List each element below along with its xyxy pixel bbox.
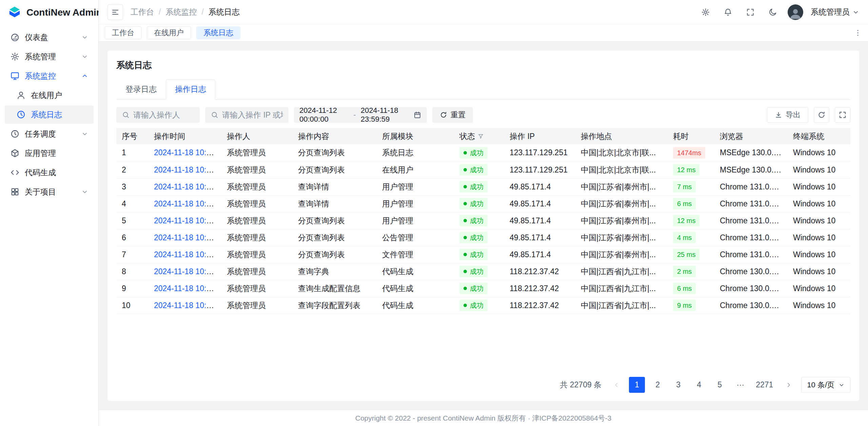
sidebar-item-system-log[interactable]: 系统日志 <box>5 105 94 124</box>
pagination-prev-button[interactable] <box>608 377 624 393</box>
cell-status: 成功 <box>454 144 504 161</box>
cell-index: 5 <box>116 212 149 229</box>
user-menu[interactable]: 系统管理员 <box>811 7 859 17</box>
user-avatar[interactable] <box>788 4 803 20</box>
sidebar-item-dashboard[interactable]: 仪表盘 <box>5 28 94 46</box>
app-logo[interactable]: ContiNew Admin <box>0 0 98 25</box>
bell-icon[interactable] <box>721 5 735 20</box>
table-refresh-button[interactable] <box>814 107 829 123</box>
operator-search-input[interactable] <box>133 110 194 120</box>
table-fullscreen-button[interactable] <box>835 107 850 123</box>
pagination-pages: 12345···2271 <box>629 377 776 393</box>
dark-mode-moon-icon[interactable] <box>765 5 780 20</box>
cell-index: 10 <box>116 297 149 314</box>
sidebar-item-app-management[interactable]: 应用管理 <box>5 144 94 162</box>
cell-location: 中国|江苏省|泰州市|... <box>575 195 668 212</box>
sidebar-item-system-management[interactable]: 系统管理 <box>5 47 94 66</box>
cell-location: 中国|江西省|九江市|... <box>575 297 668 314</box>
time-link[interactable]: 2024-11-18 10:51:53 <box>154 233 221 242</box>
cell-index: 1 <box>116 144 149 161</box>
time-link[interactable]: 2024-11-18 10:51:49 <box>154 284 221 293</box>
page-button[interactable]: 5 <box>712 377 728 393</box>
operator-search-field[interactable] <box>116 107 200 123</box>
cell-status: 成功 <box>454 195 504 212</box>
table-row: 22024-11-18 10:52:47系统管理员分页查询列表在线用户成功123… <box>116 161 850 178</box>
breadcrumb-item[interactable]: 工作台 <box>131 7 154 17</box>
tab-system-log[interactable]: 系统日志 <box>196 26 240 39</box>
cell-content: 分页查询列表 <box>293 229 377 246</box>
time-link[interactable]: 2024-11-18 10:52:55 <box>154 148 221 157</box>
tab-operation-log[interactable]: 操作日志 <box>166 79 215 100</box>
tab-workbench[interactable]: 工作台 <box>105 26 141 39</box>
cell-duration: 12 ms <box>668 212 714 229</box>
cell-index: 7 <box>116 246 149 263</box>
cell-location: 中国|江西省|九江市|... <box>575 280 668 297</box>
cell-browser: MSEdge 130.0.0.0 <box>714 161 788 178</box>
settings-icon[interactable] <box>698 5 713 20</box>
column-header: 操作地点 <box>575 128 668 144</box>
chevron-down-icon <box>81 188 88 195</box>
sidebar-item-about-project[interactable]: 关于项目 <box>5 183 94 201</box>
cell-module: 代码生成 <box>377 297 454 314</box>
page-button[interactable]: 3 <box>670 377 686 393</box>
page-button[interactable]: 1 <box>629 377 645 393</box>
page-button[interactable]: 4 <box>691 377 707 393</box>
sidebar-item-task-schedule[interactable]: 任务调度 <box>5 125 94 143</box>
footer: Copyright © 2022 - present ContiNew Admi… <box>99 410 868 426</box>
date-range-separator: - <box>352 110 357 119</box>
sidebar-item-online-users[interactable]: 在线用户 <box>5 86 94 104</box>
sidebar-item-code-generation[interactable]: 代码生成 <box>5 163 94 182</box>
tab-online-users[interactable]: 在线用户 <box>147 26 191 39</box>
page-size-select[interactable]: 10 条/页 <box>801 377 850 393</box>
cell-time: 2024-11-18 10:51:52 <box>149 246 221 263</box>
column-header: 浏览器 <box>714 128 788 144</box>
table-row: 92024-11-18 10:51:49系统管理员查询生成配置信息代码生成成功1… <box>116 280 850 297</box>
time-link[interactable]: 2024-11-18 10:52:47 <box>154 165 221 174</box>
ip-search-input[interactable] <box>222 110 283 120</box>
reset-button[interactable]: 重置 <box>432 107 473 123</box>
tabbar-more-icon[interactable] <box>854 29 862 37</box>
page-button[interactable]: 2 <box>650 377 666 393</box>
menu-collapse-button[interactable] <box>107 4 123 20</box>
fullscreen-icon[interactable] <box>743 5 758 20</box>
main-column: 工作台 / 系统监控 / 系统日志 系统管理员 <box>99 0 868 426</box>
time-link[interactable]: 2024-11-18 10:51:49 <box>154 301 221 310</box>
page-ellipsis-button[interactable]: ··· <box>732 377 748 393</box>
filter-icon[interactable] <box>478 133 484 139</box>
status-badge: 成功 <box>459 147 488 159</box>
cell-time: 2024-11-18 10:52:55 <box>149 144 221 161</box>
cell-location: 中国|江苏省|泰州市|... <box>575 246 668 263</box>
date-range-picker[interactable]: 2024-11-12 00:00:00 - 2024-11-18 23:59:5… <box>294 107 427 123</box>
time-link[interactable]: 2024-11-18 10:51:50 <box>154 267 221 276</box>
export-button[interactable]: 导出 <box>767 107 808 123</box>
page-title: 系统日志 <box>116 59 850 71</box>
breadcrumb: 工作台 / 系统监控 / 系统日志 <box>131 7 240 17</box>
status-badge: 成功 <box>459 266 488 277</box>
cell-os: Windows 10 <box>788 297 850 314</box>
sidebar-item-system-monitor[interactable]: 系统监控 <box>5 67 94 85</box>
time-link[interactable]: 2024-11-18 10:52:12 <box>154 182 221 191</box>
code-icon <box>10 168 20 177</box>
time-link[interactable]: 2024-11-18 10:52:05 <box>154 199 221 208</box>
breadcrumb-item[interactable]: 系统监控 <box>165 7 197 17</box>
app-root: ContiNew Admin 仪表盘 系统管理 <box>0 0 868 426</box>
calendar-icon <box>413 111 421 119</box>
cell-status: 成功 <box>454 178 504 195</box>
duration-badge: 2 ms <box>673 266 696 277</box>
monitor-icon <box>10 71 20 81</box>
pagination-next-button[interactable] <box>781 377 796 393</box>
time-link[interactable]: 2024-11-18 10:51:55 <box>154 216 221 225</box>
time-link[interactable]: 2024-11-18 10:51:52 <box>154 250 221 259</box>
cell-content: 分页查询列表 <box>293 144 377 161</box>
page-button-last[interactable]: 2271 <box>753 377 776 393</box>
ip-search-field[interactable] <box>205 107 289 123</box>
cell-duration: 2 ms <box>668 263 714 280</box>
pagination-total: 共 22709 条 <box>560 380 601 390</box>
duration-badge: 9 ms <box>673 300 696 311</box>
cell-operator: 系统管理员 <box>221 297 293 314</box>
table-row: 42024-11-18 10:52:05系统管理员查询详情用户管理成功49.85… <box>116 195 850 212</box>
cell-status: 成功 <box>454 229 504 246</box>
status-badge: 成功 <box>459 215 488 226</box>
sidebar: ContiNew Admin 仪表盘 系统管理 <box>0 0 99 426</box>
tab-login-log[interactable]: 登录日志 <box>116 79 166 100</box>
